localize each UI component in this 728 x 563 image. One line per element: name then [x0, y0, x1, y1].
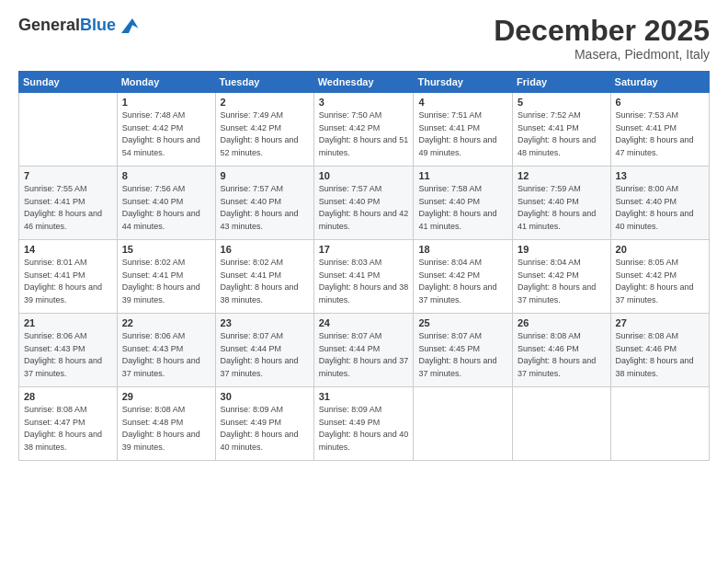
daylight-text: Daylight: 8 hours and 49 minutes.	[418, 134, 507, 159]
calendar-header-row: Sunday Monday Tuesday Wednesday Thursday…	[19, 72, 710, 93]
sunset-text: Sunset: 4:41 PM	[616, 122, 704, 135]
sunset-text: Sunset: 4:42 PM	[616, 270, 704, 282]
sunrise-text: Sunrise: 8:04 AM	[518, 257, 605, 270]
sunrise-text: Sunrise: 7:55 AM	[24, 183, 112, 196]
sunrise-text: Sunrise: 8:02 AM	[221, 257, 309, 270]
sunset-text: Sunset: 4:40 PM	[418, 196, 507, 209]
daylight-text: Daylight: 8 hours and 46 minutes.	[24, 208, 112, 233]
day-info: Sunrise: 7:56 AMSunset: 4:40 PMDaylight:…	[122, 183, 210, 233]
daylight-text: Daylight: 8 hours and 41 minutes.	[518, 208, 605, 233]
daylight-text: Daylight: 8 hours and 43 minutes.	[221, 208, 309, 233]
day-number: 8	[122, 170, 210, 181]
day-number: 26	[518, 317, 605, 328]
calendar-week-2: 7Sunrise: 7:55 AMSunset: 4:41 PMDaylight…	[19, 167, 710, 240]
day-info: Sunrise: 8:09 AMSunset: 4:49 PMDaylight:…	[221, 404, 309, 454]
calendar-cell: 7Sunrise: 7:55 AMSunset: 4:41 PMDaylight…	[19, 167, 118, 240]
day-info: Sunrise: 8:02 AMSunset: 4:41 PMDaylight:…	[122, 257, 210, 306]
calendar-cell: 17Sunrise: 8:03 AMSunset: 4:41 PMDayligh…	[313, 240, 414, 314]
header-friday: Friday	[513, 72, 610, 93]
sunset-text: Sunset: 4:42 PM	[221, 122, 309, 135]
daylight-text: Daylight: 8 hours and 37 minutes.	[518, 282, 605, 306]
daylight-text: Daylight: 8 hours and 38 minutes.	[24, 429, 112, 454]
sunset-text: Sunset: 4:46 PM	[518, 343, 605, 356]
day-info: Sunrise: 8:09 AMSunset: 4:49 PMDaylight:…	[319, 404, 409, 454]
calendar-cell: 9Sunrise: 7:57 AMSunset: 4:40 PMDaylight…	[215, 167, 313, 240]
sunset-text: Sunset: 4:41 PM	[221, 270, 309, 282]
day-number: 17	[319, 244, 409, 255]
calendar-cell: 26Sunrise: 8:08 AMSunset: 4:46 PMDayligh…	[513, 314, 610, 387]
sunrise-text: Sunrise: 8:07 AM	[221, 330, 309, 343]
calendar-cell: 31Sunrise: 8:09 AMSunset: 4:49 PMDayligh…	[313, 387, 414, 461]
calendar-week-4: 21Sunrise: 8:06 AMSunset: 4:43 PMDayligh…	[19, 314, 710, 387]
day-number: 31	[319, 391, 409, 402]
sunrise-text: Sunrise: 8:08 AM	[122, 404, 210, 417]
sunset-text: Sunset: 4:44 PM	[319, 343, 409, 356]
location: Masera, Piedmont, Italy	[494, 47, 710, 62]
calendar-cell: 29Sunrise: 8:08 AMSunset: 4:48 PMDayligh…	[117, 387, 215, 461]
calendar-cell: 6Sunrise: 7:53 AMSunset: 4:41 PMDaylight…	[610, 93, 709, 167]
calendar-cell: 3Sunrise: 7:50 AMSunset: 4:42 PMDaylight…	[313, 93, 414, 167]
calendar-week-1: 1Sunrise: 7:48 AMSunset: 4:42 PMDaylight…	[19, 93, 710, 167]
day-number: 12	[518, 170, 605, 181]
sunrise-text: Sunrise: 8:05 AM	[616, 257, 704, 270]
daylight-text: Daylight: 8 hours and 37 minutes.	[221, 355, 309, 380]
sunset-text: Sunset: 4:49 PM	[319, 417, 409, 430]
daylight-text: Daylight: 8 hours and 37 minutes.	[418, 355, 507, 380]
day-info: Sunrise: 8:06 AMSunset: 4:43 PMDaylight:…	[24, 330, 112, 380]
day-number: 29	[122, 391, 210, 402]
header-wednesday: Wednesday	[313, 72, 414, 93]
sunrise-text: Sunrise: 8:06 AM	[122, 330, 210, 343]
month-title: December 2025	[494, 15, 710, 47]
day-info: Sunrise: 8:05 AMSunset: 4:42 PMDaylight:…	[616, 257, 704, 306]
calendar-cell: 10Sunrise: 7:57 AMSunset: 4:40 PMDayligh…	[313, 167, 414, 240]
daylight-text: Daylight: 8 hours and 37 minutes.	[122, 355, 210, 380]
calendar-cell: 8Sunrise: 7:56 AMSunset: 4:40 PMDaylight…	[117, 167, 215, 240]
sunset-text: Sunset: 4:41 PM	[24, 270, 112, 282]
sunrise-text: Sunrise: 7:56 AM	[122, 183, 210, 196]
day-number: 25	[418, 317, 507, 328]
sunrise-text: Sunrise: 8:08 AM	[616, 330, 704, 343]
page: GeneralBlue December 2025 Masera, Piedmo…	[0, 0, 728, 563]
header-thursday: Thursday	[414, 72, 513, 93]
calendar-cell: 20Sunrise: 8:05 AMSunset: 4:42 PMDayligh…	[610, 240, 709, 314]
daylight-text: Daylight: 8 hours and 42 minutes.	[319, 208, 409, 233]
calendar-cell: 5Sunrise: 7:52 AMSunset: 4:41 PMDaylight…	[513, 93, 610, 167]
calendar-cell: 14Sunrise: 8:01 AMSunset: 4:41 PMDayligh…	[19, 240, 118, 314]
day-info: Sunrise: 8:08 AMSunset: 4:46 PMDaylight:…	[616, 330, 704, 380]
day-number: 5	[518, 97, 605, 108]
sunset-text: Sunset: 4:45 PM	[418, 343, 507, 356]
calendar-cell: 15Sunrise: 8:02 AMSunset: 4:41 PMDayligh…	[117, 240, 215, 314]
calendar-cell: 30Sunrise: 8:09 AMSunset: 4:49 PMDayligh…	[215, 387, 313, 461]
daylight-text: Daylight: 8 hours and 40 minutes.	[319, 429, 409, 454]
day-info: Sunrise: 8:03 AMSunset: 4:41 PMDaylight:…	[319, 257, 409, 306]
day-info: Sunrise: 8:07 AMSunset: 4:44 PMDaylight:…	[319, 330, 409, 380]
sunrise-text: Sunrise: 8:07 AM	[418, 330, 507, 343]
day-info: Sunrise: 8:02 AMSunset: 4:41 PMDaylight:…	[221, 257, 309, 306]
header-monday: Monday	[117, 72, 215, 93]
sunrise-text: Sunrise: 8:06 AM	[24, 330, 112, 343]
day-number: 15	[122, 244, 210, 255]
daylight-text: Daylight: 8 hours and 39 minutes.	[122, 282, 210, 306]
sunset-text: Sunset: 4:49 PM	[221, 417, 309, 430]
logo-blue-text: Blue	[80, 16, 116, 34]
logo-general-text: General	[18, 16, 80, 34]
sunset-text: Sunset: 4:48 PM	[122, 417, 210, 430]
day-info: Sunrise: 8:08 AMSunset: 4:48 PMDaylight:…	[122, 404, 210, 454]
sunrise-text: Sunrise: 7:57 AM	[319, 183, 409, 196]
calendar-cell: 2Sunrise: 7:49 AMSunset: 4:42 PMDaylight…	[215, 93, 313, 167]
calendar-cell: 24Sunrise: 8:07 AMSunset: 4:44 PMDayligh…	[313, 314, 414, 387]
sunset-text: Sunset: 4:42 PM	[122, 122, 210, 135]
day-number: 3	[319, 97, 409, 108]
calendar-cell	[610, 387, 709, 461]
sunset-text: Sunset: 4:41 PM	[24, 196, 112, 209]
day-number: 2	[221, 97, 309, 108]
calendar-week-3: 14Sunrise: 8:01 AMSunset: 4:41 PMDayligh…	[19, 240, 710, 314]
sunrise-text: Sunrise: 7:50 AM	[319, 109, 409, 122]
sunset-text: Sunset: 4:40 PM	[518, 196, 605, 209]
calendar-cell: 27Sunrise: 8:08 AMSunset: 4:46 PMDayligh…	[610, 314, 709, 387]
daylight-text: Daylight: 8 hours and 41 minutes.	[418, 208, 507, 233]
sunset-text: Sunset: 4:40 PM	[221, 196, 309, 209]
day-info: Sunrise: 7:50 AMSunset: 4:42 PMDaylight:…	[319, 109, 409, 159]
day-info: Sunrise: 8:08 AMSunset: 4:46 PMDaylight:…	[518, 330, 605, 380]
sunset-text: Sunset: 4:44 PM	[221, 343, 309, 356]
